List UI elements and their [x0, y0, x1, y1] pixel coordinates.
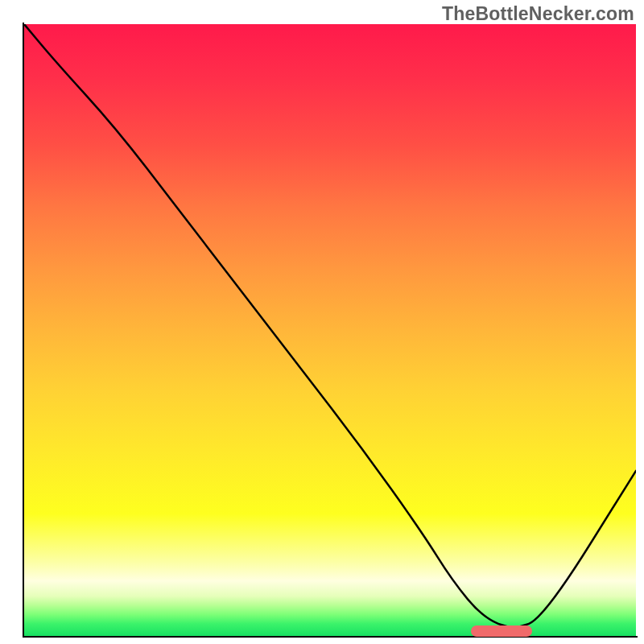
x-axis: [23, 636, 638, 638]
curve-svg: [24, 24, 636, 636]
watermark-text: TheBottleNecker.com: [442, 3, 634, 25]
bottleneck-curve: [24, 24, 636, 627]
chart-container: TheBottleNecker.com: [0, 0, 644, 644]
plot-area: [24, 24, 636, 636]
optimal-range-marker: [471, 625, 532, 637]
